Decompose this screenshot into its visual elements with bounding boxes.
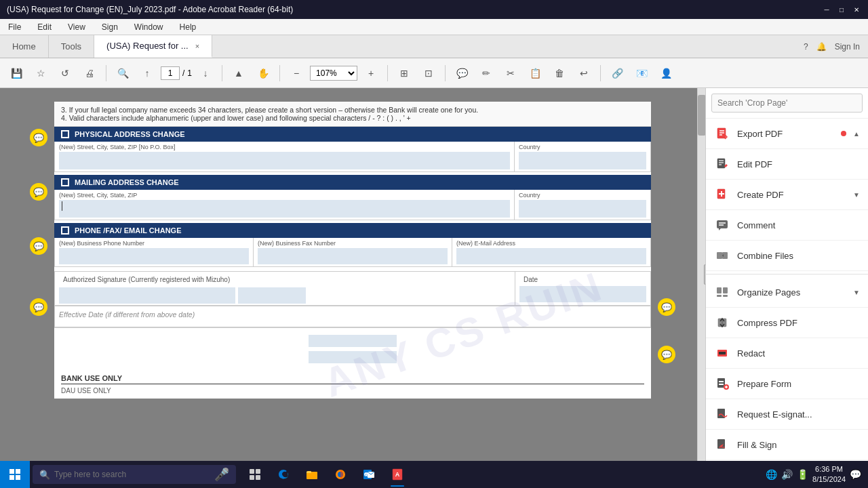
physical-country-input[interactable] xyxy=(519,152,646,169)
sidebar-item-edit-pdf[interactable]: Edit PDF xyxy=(706,149,868,180)
extra-input-2[interactable] xyxy=(309,351,397,363)
zoom-out-button[interactable]: 🔍 xyxy=(112,62,134,84)
taskbar-app-taskview[interactable] xyxy=(241,461,269,488)
comment-bubble-4[interactable]: 💬 xyxy=(30,298,47,316)
sidebar-item-combine-files[interactable]: Combine Files xyxy=(706,241,868,271)
sidebar-item-request-esignature[interactable]: Request E-signat... xyxy=(706,399,868,430)
taskbar-app-explorer[interactable] xyxy=(298,461,326,488)
tab-document[interactable]: (USA) Request for ... × xyxy=(94,35,212,58)
sidebar-item-create-pdf[interactable]: Create PDF ▼ xyxy=(706,180,868,210)
hand-tool-button[interactable]: ✋ xyxy=(252,62,274,84)
undo-button[interactable]: ↩ xyxy=(573,62,595,84)
zoom-select[interactable]: 107% 100% 75% 125% xyxy=(310,66,357,81)
physical-street-input[interactable] xyxy=(59,152,510,169)
menu-edit[interactable]: Edit xyxy=(35,21,54,33)
select-tool-button[interactable]: ▲ xyxy=(228,62,250,84)
comment-bubble-3[interactable]: 💬 xyxy=(30,237,47,255)
next-page-button[interactable]: ↓ xyxy=(195,62,216,84)
phone-input[interactable] xyxy=(59,248,249,264)
taskbar-app-edge[interactable] xyxy=(270,461,297,488)
sidebar-search-container xyxy=(706,88,868,119)
taskbar-app-firefox[interactable] xyxy=(327,461,354,488)
redact-button[interactable]: ✂ xyxy=(500,62,521,84)
menubar: File Edit View Sign Window Help xyxy=(0,19,868,35)
phone-checkbox[interactable] xyxy=(61,226,69,235)
extra-input-1[interactable] xyxy=(309,335,397,347)
comment-bubble-1[interactable]: 💬 xyxy=(30,129,47,146)
physical-checkbox[interactable] xyxy=(61,130,69,138)
sig-input[interactable] xyxy=(59,287,235,304)
sidebar-item-compress-pdf[interactable]: Compress PDF xyxy=(706,308,868,338)
maximize-button[interactable]: □ xyxy=(837,5,846,14)
comment-bubble-right-2[interactable]: 💬 xyxy=(658,346,675,363)
delete-button[interactable]: 🗑 xyxy=(549,62,570,84)
zoom-plus-button[interactable]: + xyxy=(360,62,382,84)
help-icon: ? xyxy=(804,42,808,52)
menu-sign[interactable]: Sign xyxy=(99,21,121,33)
comment-button[interactable]: 💬 xyxy=(451,62,473,84)
sig-input-2[interactable] xyxy=(238,287,306,304)
prev-button[interactable]: ↺ xyxy=(54,62,76,84)
prev-page-button[interactable]: ↑ xyxy=(136,62,158,84)
menu-file[interactable]: File xyxy=(5,21,24,33)
help-button[interactable]: ? xyxy=(804,42,808,52)
phone-section-header: PHONE /FAX/ EMAIL CHANGE xyxy=(54,223,651,238)
sidebar-item-organize-pages[interactable]: Organize Pages ▼ xyxy=(706,277,868,308)
close-button[interactable]: ✕ xyxy=(852,5,861,14)
marquee-button[interactable]: ⊡ xyxy=(418,62,439,84)
expand-panel-button[interactable]: › xyxy=(704,264,705,285)
menu-help[interactable]: Help xyxy=(177,21,199,33)
bell-button[interactable]: 🔔 xyxy=(816,42,827,52)
sidebar-item-prepare-form[interactable]: Prepare Form xyxy=(706,369,868,399)
mailing-street-input[interactable] xyxy=(59,200,510,218)
tab-home[interactable]: Home xyxy=(0,35,49,58)
tab-close-icon[interactable]: × xyxy=(195,42,199,50)
mailing-checkbox[interactable] xyxy=(61,178,69,186)
comment-bubble-2[interactable]: 💬 xyxy=(30,183,47,201)
sidebar-item-fill-sign[interactable]: Fill & Sign xyxy=(706,430,868,460)
sidebar-item-redact[interactable]: Redact xyxy=(706,338,868,369)
current-page-input[interactable] xyxy=(161,66,180,80)
signin-button[interactable]: Sign In xyxy=(835,42,860,52)
date-input[interactable] xyxy=(519,286,646,302)
fax-label: (New) Business Fax Number xyxy=(258,240,448,247)
bookmark-button[interactable]: ☆ xyxy=(30,62,52,84)
start-button[interactable] xyxy=(0,461,30,488)
stamp-button[interactable]: 📋 xyxy=(524,62,546,84)
minimize-button[interactable]: ─ xyxy=(822,5,831,14)
svg-rect-15 xyxy=(717,252,722,259)
taskbar-app-outlook[interactable]: O xyxy=(355,461,382,488)
zoom-minus-button[interactable]: − xyxy=(285,62,307,84)
share-button[interactable]: 🔗 xyxy=(606,62,628,84)
notification-icon[interactable]: 💬 xyxy=(850,469,861,480)
sidebar-search-input[interactable] xyxy=(711,94,863,113)
taskbar-app-acrobat[interactable]: A xyxy=(384,461,411,488)
scrollbar-thumb[interactable] xyxy=(698,95,705,136)
volume-icon[interactable]: 🔊 xyxy=(781,469,793,480)
print-button[interactable]: 🖨 xyxy=(79,62,100,84)
fax-input[interactable] xyxy=(258,248,448,264)
menu-view[interactable]: View xyxy=(65,21,88,33)
doc-scroll[interactable]: › 💬 💬 💬 💬 💬 💬 3. If your full legal comp… xyxy=(0,88,705,461)
tab-tools[interactable]: Tools xyxy=(49,35,94,58)
taskbar-time-display[interactable]: 6:36 PM 8/15/2024 xyxy=(812,464,846,485)
fit-button[interactable]: ⊞ xyxy=(393,62,415,84)
battery-icon[interactable]: 🔋 xyxy=(797,469,808,480)
document-area[interactable]: › 💬 💬 💬 💬 💬 💬 3. If your full legal comp… xyxy=(0,88,705,461)
save-button[interactable]: 💾 xyxy=(5,62,27,84)
comment-bubble-right-1[interactable]: 💬 xyxy=(658,298,675,316)
effective-date-placeholder[interactable]: Effective Date (if different from above … xyxy=(55,306,650,327)
highlight-button[interactable]: ✏ xyxy=(475,62,497,84)
svg-marker-12 xyxy=(719,228,721,230)
sidebar-item-export-pdf[interactable]: Export PDF ▲ xyxy=(706,119,868,149)
sidebar-item-comment[interactable]: Comment xyxy=(706,210,868,241)
mailing-country-input[interactable] xyxy=(519,200,646,218)
email-button[interactable]: 📧 xyxy=(631,62,652,84)
email-input[interactable] xyxy=(456,248,646,264)
network-icon[interactable]: 🌐 xyxy=(766,469,777,480)
taskbar-search-input[interactable] xyxy=(54,470,210,479)
menu-window[interactable]: Window xyxy=(132,21,166,33)
account-button[interactable]: 👤 xyxy=(655,62,677,84)
taskbar-search-box[interactable]: 🔍 🎤 xyxy=(33,465,236,484)
date-area: Date xyxy=(515,272,650,305)
